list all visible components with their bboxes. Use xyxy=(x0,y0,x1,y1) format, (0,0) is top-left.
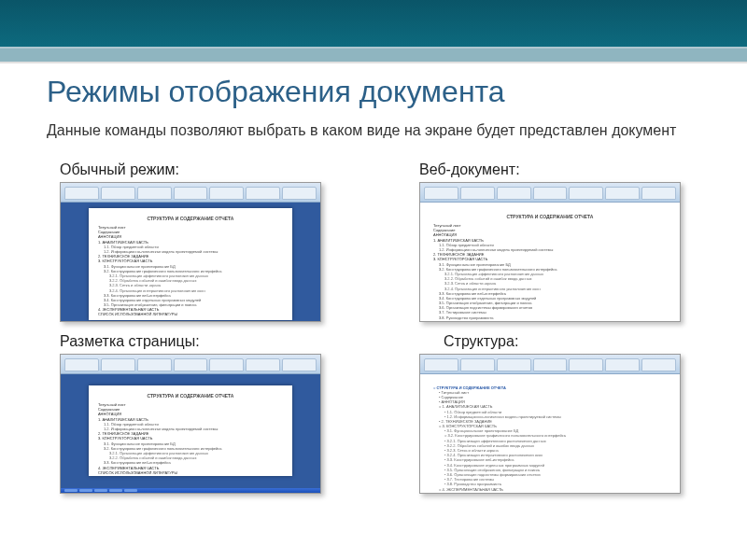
taskbar xyxy=(61,488,320,493)
mode-outline-thumb: ○ СТРУКТУРА И СОДЕРЖАНИЕ ОТЧЕТА • Титуль… xyxy=(419,354,681,494)
mode-layout-thumb: СТРУКТУРА И СОДЕРЖАНИЕ ОТЧЕТА Титульный … xyxy=(60,354,321,494)
mode-web: Веб-документ: СТРУКТУРА И СОДЕРЖАНИЕ ОТЧ… xyxy=(406,158,710,322)
mode-layout: Разметка страницы: СТРУКТУРА И СОДЕРЖАНИ… xyxy=(47,329,350,494)
ribbon xyxy=(61,355,320,374)
ribbon xyxy=(61,183,320,203)
modes-grid: Обычный режим: СТРУКТУРА И СОДЕРЖАНИЕ ОТ… xyxy=(47,158,710,494)
doc-page: СТРУКТУРА И СОДЕРЖАНИЕ ОТЧЕТА Титульный … xyxy=(426,208,674,322)
ribbon xyxy=(420,183,680,203)
slide-subtitle: Данные команды позволяют выбрать в каком… xyxy=(47,120,710,141)
mode-layout-label: Разметка страницы: xyxy=(60,333,350,350)
mode-normal-label: Обычный режим: xyxy=(60,161,350,178)
doc-heading: СТРУКТУРА И СОДЕРЖАНИЕ ОТЧЕТА xyxy=(98,216,283,222)
mode-web-thumb: СТРУКТУРА И СОДЕРЖАНИЕ ОТЧЕТА Титульный … xyxy=(419,182,681,322)
slide-title: Режимы отображения документа xyxy=(47,75,710,109)
doc-heading: СТРУКТУРА И СОДЕРЖАНИЕ ОТЧЕТА xyxy=(98,393,283,399)
doc-area: СТРУКТУРА И СОДЕРЖАНИЕ ОТЧЕТА Титульный … xyxy=(420,203,680,322)
doc-heading: СТРУКТУРА И СОДЕРЖАНИЕ ОТЧЕТА xyxy=(433,214,667,220)
mode-normal-thumb: СТРУКТУРА И СОДЕРЖАНИЕ ОТЧЕТА Титульный … xyxy=(60,182,321,322)
doc-area: СТРУКТУРА И СОДЕРЖАНИЕ ОТЧЕТА Титульный … xyxy=(61,374,320,488)
mode-normal: Обычный режим: СТРУКТУРА И СОДЕРЖАНИЕ ОТ… xyxy=(47,158,350,322)
doc-area: ○ СТРУКТУРА И СОДЕРЖАНИЕ ОТЧЕТА • Титуль… xyxy=(420,374,680,494)
ribbon xyxy=(420,355,680,374)
doc-page: ○ СТРУКТУРА И СОДЕРЖАНИЕ ОТЧЕТА • Титуль… xyxy=(426,380,674,494)
slide-header-band xyxy=(0,0,747,50)
slide-content: Режимы отображения документа Данные кома… xyxy=(0,50,747,494)
doc-page: СТРУКТУРА И СОДЕРЖАНИЕ ОТЧЕТА Титульный … xyxy=(89,385,292,476)
doc-page: СТРУКТУРА И СОДЕРЖАНИЕ ОТЧЕТА Титульный … xyxy=(89,208,292,320)
mode-web-label: Веб-документ: xyxy=(419,161,710,178)
doc-area: СТРУКТУРА И СОДЕРЖАНИЕ ОТЧЕТА Титульный … xyxy=(61,203,320,322)
mode-outline-label: Структура: xyxy=(444,333,710,350)
mode-outline: Структура: ○ СТРУКТУРА И СОДЕРЖАНИЕ ОТЧЕ… xyxy=(406,329,710,494)
